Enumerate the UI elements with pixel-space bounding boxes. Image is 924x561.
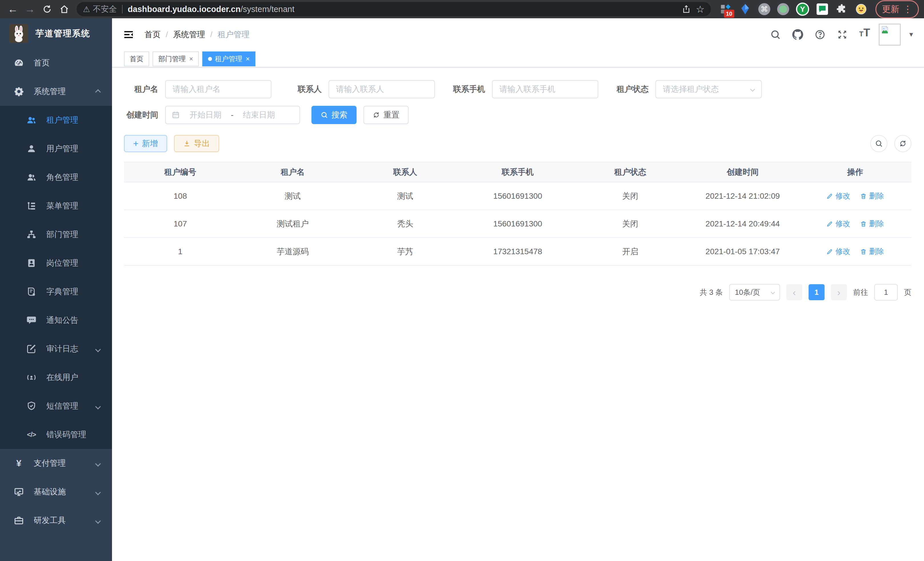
help-button[interactable] [812,27,828,43]
share-icon[interactable] [682,5,691,14]
app-logo-row[interactable]: 芋道管理系统 [0,18,112,49]
sidebar-item-notice[interactable]: 通知公告 [0,306,112,335]
trash-icon [860,220,867,227]
browser-reload-button[interactable] [39,2,55,17]
edit-icon [826,220,833,227]
sidebar-item-system[interactable]: 系统管理 [0,77,112,106]
chevron-down-icon [96,487,100,496]
created-date-range[interactable]: - [165,106,300,124]
toggle-search-button[interactable] [870,135,887,152]
shield-check-icon [26,401,37,411]
bookmark-star-icon[interactable]: ☆ [696,3,705,15]
address-bar[interactable]: ⚠ 不安全 dashboard.yudao.iocoder.cn/system/… [76,2,711,16]
mobile-input[interactable] [492,80,598,98]
breadcrumb-system[interactable]: 系统管理 [173,29,205,40]
url-text[interactable]: dashboard.yudao.iocoder.cn/system/tenant [128,5,681,14]
fullscreen-button[interactable] [834,27,850,43]
sidebar-item-errcode[interactable]: </> 错误码管理 [0,420,112,449]
font-size-button[interactable]: TT [856,27,873,43]
next-page-button[interactable]: › [831,284,847,300]
sidebar-item-label: 短信管理 [46,401,78,411]
goto-page-input[interactable] [874,284,898,301]
delete-button[interactable]: 删除 [860,191,884,201]
extension-kite-icon[interactable] [739,3,752,15]
green-dot-icon [779,5,787,13]
avatar-caret-icon[interactable]: ▼ [908,31,914,38]
breadcrumb-home[interactable]: 首页 [145,29,160,40]
sidebar-item-infra[interactable]: 基础设施 [0,478,112,506]
sidebar-item-menu[interactable]: 菜单管理 [0,192,112,220]
cell-status: 关闭 [574,182,687,210]
reset-button[interactable]: 重置 [363,106,409,124]
tab-dept[interactable]: 部门管理 × [153,51,199,66]
user-avatar[interactable] [879,24,901,45]
page-size-select[interactable]: 10条/页 [729,284,780,301]
online-users-icon [26,372,37,383]
extension-y-icon[interactable]: Y [796,3,809,16]
browser-forward-button[interactable]: → [22,2,38,17]
sidebar-item-pay[interactable]: ¥ 支付管理 [0,449,112,478]
sidebar-item-audit[interactable]: 审计日志 [0,335,112,363]
delete-button[interactable]: 删除 [860,219,884,229]
sidebar-item-label: 支付管理 [34,458,66,469]
security-label[interactable]: 不安全 [93,4,117,15]
prev-page-button[interactable]: ‹ [786,284,802,300]
extensions-area: 10 ⌘ Y [719,3,867,16]
cell-tenant-name: 芋道源码 [237,238,349,265]
browser-home-button[interactable] [57,2,72,17]
page-number-button[interactable]: 1 [808,284,825,300]
search-icon [875,140,883,147]
sidebar-item-user[interactable]: 用户管理 [0,134,112,163]
sidebar-item-home[interactable]: 首页 [0,49,112,77]
github-link-button[interactable] [790,27,806,43]
pagination-total: 共 3 条 [700,287,723,297]
browser-toolbar: ← → ⚠ 不安全 dashboard.yudao.iocoder.cn/sys… [0,0,924,18]
edit-button[interactable]: 修改 [826,191,850,201]
cell-tenant-name: 测试租户 [237,210,349,238]
question-circle-icon [814,29,825,40]
sidebar-item-dept[interactable]: 部门管理 [0,220,112,249]
sidebar-item-label: 菜单管理 [46,200,78,211]
close-icon[interactable]: × [246,55,250,63]
search-button[interactable]: 搜索 [311,106,357,124]
chrome-update-menu-button[interactable]: 更新 ⋮ [875,0,919,18]
sidebar-item-sms[interactable]: 短信管理 [0,392,112,420]
sidebar-item-role[interactable]: 角色管理 [0,163,112,192]
top-navbar: 首页 / 系统管理 / 租户管理 TT [112,18,924,51]
sidebar-item-online[interactable]: 在线用户 [0,363,112,392]
gear-icon [13,86,25,97]
extension-command-icon[interactable]: ⌘ [758,3,770,15]
contact-input[interactable] [328,80,435,98]
extension-chat-icon[interactable] [816,3,829,15]
delete-button[interactable]: 删除 [860,247,884,256]
start-date-input[interactable] [184,110,227,120]
tab-tenant[interactable]: 租户管理 × [202,51,255,66]
refresh-table-button[interactable] [894,135,911,152]
sidebar-collapse-button[interactable] [119,26,138,44]
chevron-down-icon [96,516,100,525]
table-row: 107 测试租户 秃头 15601691300 关闭 2021-12-14 20… [124,210,911,238]
extension-dot-icon[interactable] [777,3,789,15]
message-icon [26,315,37,325]
tenant-name-input[interactable] [165,80,272,98]
sidebar-item-post[interactable]: 岗位管理 [0,249,112,277]
end-date-input[interactable] [237,110,280,120]
extensions-puzzle-icon[interactable] [836,3,848,15]
tab-home[interactable]: 首页 [124,51,149,66]
status-select-placeholder: 请选择租户状态 [663,84,719,95]
edit-button[interactable]: 修改 [826,219,850,229]
export-button[interactable]: 导出 [174,135,219,152]
sidebar-item-dict[interactable]: 字典管理 [0,277,112,306]
app-logo [9,24,28,43]
status-select[interactable]: 请选择租户状态 [656,80,762,98]
edit-button[interactable]: 修改 [826,247,850,256]
header-search-button[interactable] [767,27,783,43]
extension-grid-icon[interactable]: 10 [719,3,732,15]
profile-avatar-icon[interactable] [855,3,867,15]
code-icon: </> [26,431,37,439]
browser-back-button[interactable]: ← [5,2,21,17]
sidebar-item-tenant[interactable]: 租户管理 [0,106,112,134]
close-icon[interactable]: × [189,55,193,63]
add-button[interactable]: + 新增 [124,135,167,152]
sidebar-item-devtool[interactable]: 研发工具 [0,506,112,535]
